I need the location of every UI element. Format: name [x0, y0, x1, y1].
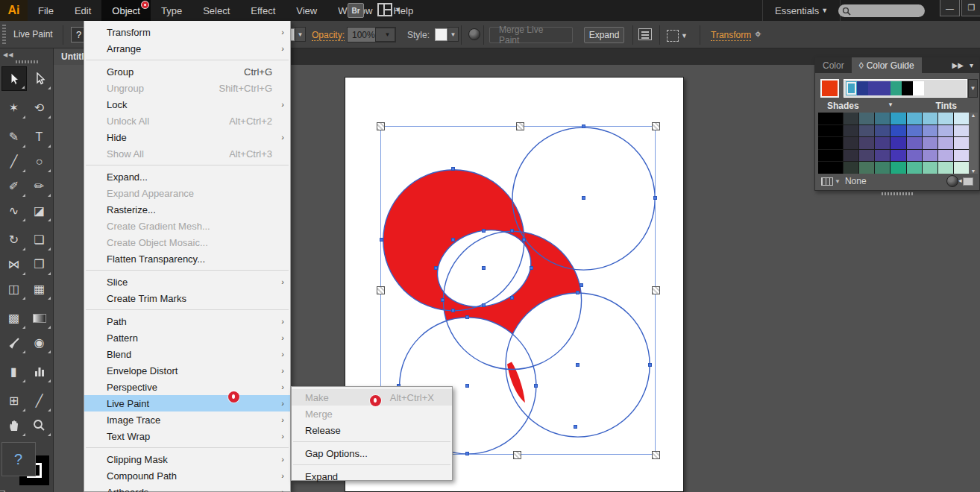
variation-swatch[interactable] [875, 137, 890, 149]
paintbrush-tool[interactable]: ✐ [1, 174, 27, 198]
expand-panels-icon[interactable]: ▶▶ [952, 61, 964, 69]
object-menu-item-compound-path[interactable]: Compound Path› [84, 467, 290, 484]
panel-grip[interactable] [16, 60, 38, 63]
tab-color[interactable]: Color [815, 57, 852, 73]
menubar-item-type[interactable]: Type [151, 0, 192, 21]
ellipse-tool[interactable]: ○ [27, 149, 52, 174]
object-menu-item-image-trace[interactable]: Image Trace› [84, 411, 290, 428]
object-menu-item-text-wrap[interactable]: Text Wrap› [84, 428, 290, 444]
tutorial-question-box[interactable]: ? [1, 442, 36, 476]
object-menu-item-flatten-transparency[interactable]: Flatten Transparency... [84, 250, 290, 267]
pen-tool[interactable]: ✎ [1, 124, 27, 149]
object-menu-item-expand-appearance[interactable]: Expand Appearance [84, 185, 290, 201]
eyedropper-tool[interactable] [1, 330, 27, 355]
object-menu-item-slice[interactable]: Slice› [84, 274, 290, 290]
object-menu-item-artboards[interactable]: Artboards› [84, 484, 290, 492]
variation-swatch[interactable] [875, 125, 890, 137]
minimize-button[interactable]: — [940, 0, 960, 16]
grid-scrollbar[interactable]: ▲ ▼ [969, 113, 978, 174]
menubar-item-select[interactable]: Select [192, 0, 240, 21]
collapse-panel-button[interactable]: ◀◀ [0, 48, 53, 60]
menubar-item-object[interactable]: Object [101, 0, 151, 21]
harmony-swatch[interactable] [891, 81, 902, 95]
variation-swatch[interactable] [859, 137, 874, 149]
magic-wand-tool[interactable]: ✶ [1, 95, 27, 120]
chevron-down-icon[interactable]: ▾ [889, 101, 893, 111]
workspace-switcher[interactable]: Essentials ▼ [762, 0, 841, 21]
tab-color-guide[interactable]: ◊Color Guide [852, 57, 922, 73]
variation-swatch[interactable] [938, 137, 953, 149]
limit-colors-icon[interactable] [821, 177, 833, 186]
artboard-tool[interactable]: ⊞ [1, 388, 27, 413]
object-menu-item-rasterize[interactable]: Rasterize... [84, 201, 290, 218]
object-menu-item-expand[interactable]: Expand... [84, 168, 290, 185]
variation-swatch[interactable] [923, 125, 937, 137]
shape-builder-tool[interactable]: ◫ [1, 277, 27, 301]
variation-swatch[interactable] [891, 162, 905, 174]
hand-tool[interactable] [1, 413, 27, 438]
variation-swatch[interactable] [907, 113, 922, 124]
variation-swatch[interactable] [938, 113, 953, 124]
harmony-swatch[interactable] [857, 81, 868, 95]
variation-swatch[interactable] [907, 162, 922, 174]
variation-swatch[interactable] [954, 113, 969, 124]
object-menu-item-live-paint[interactable]: Live Paint› [84, 395, 290, 411]
fill-stroke-mini-icon[interactable]: ❏ [0, 489, 5, 492]
variation-swatch[interactable] [875, 162, 890, 174]
panel-grip[interactable] [882, 192, 913, 195]
object-menu-item-create-trim-marks[interactable]: Create Trim Marks [84, 290, 290, 306]
perspective-grid-tool[interactable]: ▦ [27, 277, 52, 301]
variation-swatch[interactable] [875, 113, 890, 124]
free-transform-tool[interactable]: ❒ [27, 252, 52, 277]
live-paint-item-expand[interactable]: Expand [292, 468, 452, 485]
mesh-tool[interactable]: ▩ [1, 306, 27, 330]
rotate-tool[interactable]: ↻ [1, 227, 27, 252]
scale-tool[interactable]: ❏ [27, 227, 52, 252]
variation-swatch[interactable] [844, 137, 858, 149]
object-menu-item-blend[interactable]: Blend› [84, 346, 290, 362]
harmony-swatch[interactable] [846, 81, 857, 95]
live-paint-item-merge[interactable]: Merge [292, 406, 452, 422]
menubar-item-view[interactable]: View [286, 0, 327, 21]
restore-button[interactable]: ❐ [961, 0, 980, 16]
object-menu-item-arrange[interactable]: Arrange› [84, 40, 290, 57]
scroll-up-icon[interactable]: ▲ [971, 113, 976, 118]
object-menu-item-perspective[interactable]: Perspective› [84, 379, 290, 395]
bridge-button[interactable]: Br [348, 3, 364, 18]
variation-swatch[interactable] [818, 150, 843, 162]
gradient-tool[interactable] [27, 306, 52, 330]
variation-swatch[interactable] [938, 150, 953, 162]
menubar-item-edit[interactable]: Edit [64, 0, 101, 21]
variation-swatch[interactable] [938, 162, 953, 174]
blend-tool[interactable]: ◉ [27, 330, 52, 355]
lasso-tool[interactable]: ⟲ [27, 95, 52, 120]
variation-swatch[interactable] [818, 137, 843, 149]
variation-swatch[interactable] [954, 137, 969, 149]
align-icon[interactable]: ⌖ [755, 28, 761, 41]
transform-link[interactable]: Transform [711, 30, 751, 41]
layers-panel-icon[interactable] [638, 28, 652, 40]
variation-swatch[interactable] [907, 150, 922, 162]
variation-swatch[interactable] [844, 113, 858, 124]
object-menu-item-envelope-distort[interactable]: Envelope Distort› [84, 362, 290, 379]
harmony-rules-dropdown[interactable]: ▼ [968, 79, 978, 98]
scroll-down-icon[interactable]: ▼ [971, 168, 976, 174]
menubar-item-file[interactable]: File [28, 0, 64, 21]
object-menu-item-clipping-mask[interactable]: Clipping Mask› [84, 451, 290, 467]
slice-tool[interactable]: ╱ [27, 388, 52, 413]
variation-swatch[interactable] [818, 162, 843, 174]
variation-swatch[interactable] [923, 162, 937, 174]
panel-grip[interactable] [2, 25, 6, 45]
line-segment-tool[interactable]: ╱ [1, 149, 27, 174]
live-paint-item-gap-options[interactable]: Gap Options... [292, 445, 452, 461]
search-input[interactable] [838, 4, 925, 17]
pencil-tool[interactable]: ✏ [27, 174, 52, 198]
variation-swatch[interactable] [818, 113, 843, 124]
variation-swatch[interactable] [891, 137, 905, 149]
variation-swatch[interactable] [907, 137, 922, 149]
shaper-tool[interactable]: ∿ [1, 198, 27, 223]
variation-swatch[interactable] [818, 125, 843, 137]
object-menu-item-lock[interactable]: Lock› [84, 96, 290, 113]
select-similar-dropdown[interactable]: ▼ [667, 28, 688, 43]
object-menu-item-ungroup[interactable]: UngroupShift+Ctrl+G [84, 80, 290, 96]
